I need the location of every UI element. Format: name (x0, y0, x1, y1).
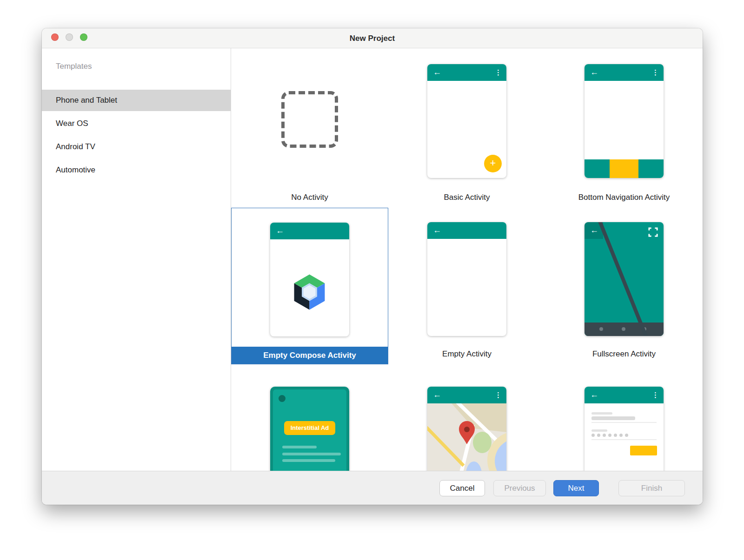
login-thumbnail: ← ⋮ (585, 387, 664, 471)
placeholder-line (282, 459, 335, 462)
template-empty-activity[interactable]: ← Empty Activity (388, 208, 545, 364)
bottom-nav-bar (585, 159, 664, 178)
dialog-footer: Cancel Previous Next Finish (42, 471, 703, 505)
ad-screen: Interstitial Ad (273, 389, 346, 471)
no-activity-icon (281, 91, 338, 148)
back-arrow-icon: ← (433, 387, 441, 403)
kebab-menu-icon: ⋮ (495, 64, 502, 81)
template-admob-ads-activity[interactable]: Interstitial Ad (231, 364, 388, 471)
app-bar: ← (427, 222, 506, 239)
template-bottom-navigation-activity[interactable]: ← ⋮ Bottom Navigation Activity (545, 48, 703, 208)
templates-sidebar: Templates Phone and Tablet Wear OS Andro… (42, 48, 231, 471)
template-label: No Activity (231, 193, 388, 202)
ad-dot (279, 395, 286, 402)
template-basic-activity[interactable]: ← ⋮ + Basic Activity (388, 48, 545, 208)
finish-button[interactable]: Finish (618, 480, 685, 496)
field-underline (591, 439, 657, 440)
sidebar-header: Templates (56, 62, 92, 71)
template-label: Bottom Navigation Activity (545, 193, 703, 202)
field-underline (591, 422, 657, 423)
back-arrow-icon: ← (433, 222, 441, 239)
kebab-menu-icon: ⋮ (495, 387, 502, 403)
selected-template-label: Empty Compose Activity (232, 347, 388, 364)
jetpack-compose-logo-icon (287, 270, 332, 314)
empty-activity-thumbnail: ← (427, 222, 506, 336)
placeholder-line (282, 453, 341, 455)
sidebar-item-wear-os[interactable]: Wear OS (42, 113, 231, 134)
compose-thumbnail: ← (270, 223, 349, 336)
close-button[interactable] (51, 33, 59, 41)
back-arrow-icon: ← (433, 64, 441, 81)
previous-button[interactable]: Previous (493, 480, 546, 496)
sidebar-item-android-tv[interactable]: Android TV (42, 136, 231, 158)
zoom-button[interactable] (80, 33, 87, 41)
sidebar-item-automotive[interactable]: Automotive (42, 159, 231, 181)
form-value-line (591, 416, 635, 420)
app-bar: ← ⋮ (585, 64, 664, 81)
login-button-graphic (630, 446, 657, 455)
new-project-dialog: New Project Templates Phone and Tablet W… (42, 28, 703, 505)
template-label: Fullscreen Activity (545, 349, 703, 359)
cancel-button[interactable]: Cancel (439, 480, 485, 496)
back-arrow-icon: ← (276, 223, 284, 239)
form-label-line (591, 429, 607, 432)
template-label: Empty Activity (388, 349, 545, 359)
interstitial-ad-badge: Interstitial Ad (284, 421, 335, 435)
diagonal-stripe (585, 222, 664, 336)
template-google-maps-activity[interactable]: ← ⋮ (388, 364, 545, 471)
bottom-navigation-thumbnail: ← ⋮ (585, 64, 664, 178)
next-button[interactable]: Next (553, 480, 599, 496)
template-label: Basic Activity (388, 193, 545, 202)
app-bar: ← ⋮ (427, 64, 506, 81)
template-empty-compose-activity[interactable]: ← Empty Compose Activity (231, 208, 388, 364)
placeholder-line (282, 446, 317, 448)
fullscreen-icon (648, 227, 658, 237)
app-bar: ← ⋮ (427, 387, 506, 403)
dialog-title: New Project (42, 28, 703, 48)
fullscreen-thumbnail: ← (585, 222, 664, 336)
back-arrow-icon: ← (590, 64, 598, 81)
minimize-button[interactable] (66, 33, 73, 41)
template-no-activity[interactable]: No Activity (231, 48, 388, 208)
map-graphic (427, 403, 506, 471)
app-bar: ← (270, 223, 349, 239)
form-label-line (591, 412, 612, 415)
app-bar: ← ⋮ (585, 387, 664, 403)
maps-thumbnail: ← ⋮ (427, 387, 506, 471)
template-grid: No Activity ← ⋮ + Basic Activity ← ⋮ (231, 48, 703, 471)
kebab-menu-icon: ⋮ (652, 64, 659, 81)
password-dots (591, 434, 628, 437)
kebab-menu-icon: ⋮ (652, 387, 659, 403)
admob-thumbnail: Interstitial Ad (270, 387, 349, 471)
template-login-activity[interactable]: ← ⋮ (545, 364, 703, 471)
basic-activity-thumbnail: ← ⋮ + (427, 64, 506, 178)
titlebar: New Project (42, 28, 703, 48)
back-arrow-icon: ← (590, 387, 598, 403)
traffic-lights (51, 33, 87, 41)
fab-plus-icon: + (484, 155, 502, 172)
template-fullscreen-activity[interactable]: ← Fullscreen Activity (545, 208, 703, 364)
sidebar-item-phone-and-tablet[interactable]: Phone and Tablet (42, 90, 231, 111)
